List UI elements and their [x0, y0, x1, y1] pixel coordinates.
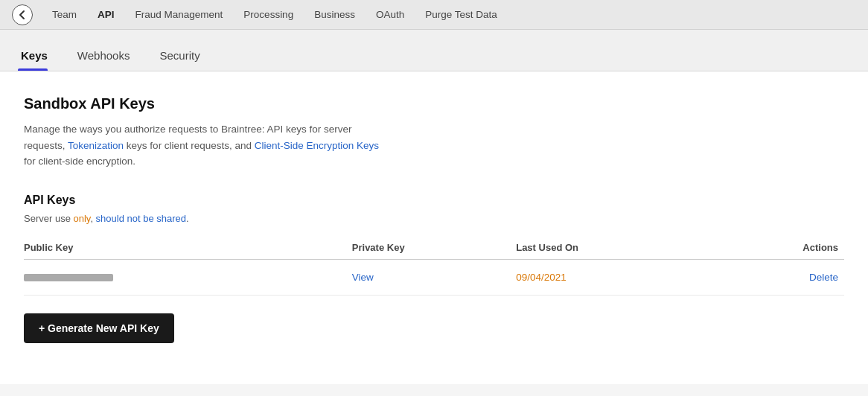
view-private-key-link[interactable]: View — [352, 272, 374, 283]
notice-part1: Server use — [24, 213, 73, 224]
redacted-key — [24, 274, 113, 281]
back-button[interactable] — [12, 4, 33, 25]
nav-business[interactable]: Business — [304, 0, 366, 30]
last-used-date: 09/04/2021 — [516, 272, 567, 283]
notice-part3: . — [186, 213, 189, 224]
desc-part2: keys for client requests, and — [124, 140, 255, 151]
api-keys-subtitle: API Keys — [24, 194, 844, 207]
col-actions: Actions — [721, 236, 844, 260]
nav-links: Team API Fraud Management Processing Bus… — [42, 0, 508, 30]
tokenization-link[interactable]: Tokenization — [68, 140, 124, 151]
tab-keys[interactable]: Keys — [18, 30, 60, 71]
public-key-cell — [24, 259, 352, 295]
last-used-cell: 09/04/2021 — [516, 259, 721, 295]
section-description: Manage the ways you authorize requests t… — [24, 121, 381, 170]
nav-oauth[interactable]: OAuth — [366, 0, 415, 30]
notice-part2: , — [90, 213, 95, 224]
table-row: View 09/04/2021 Delete — [24, 259, 844, 295]
main-content: Sandbox API Keys Manage the ways you aut… — [0, 71, 868, 384]
actions-cell: Delete — [721, 259, 844, 295]
tab-security[interactable]: Security — [156, 30, 211, 71]
api-keys-table: Public Key Private Key Last Used On Acti… — [24, 236, 844, 296]
col-last-used: Last Used On — [516, 236, 721, 260]
desc-part3: for client-side encryption. — [24, 156, 135, 167]
nav-fraud-management[interactable]: Fraud Management — [125, 0, 234, 30]
sub-tabs: Keys Webhooks Security — [0, 30, 868, 71]
sandbox-api-keys-title: Sandbox API Keys — [24, 95, 844, 112]
private-key-cell: View — [352, 259, 516, 295]
notice-only: only — [73, 213, 90, 224]
top-nav: Team API Fraud Management Processing Bus… — [0, 0, 868, 30]
delete-key-link[interactable]: Delete — [809, 272, 838, 283]
col-private-key: Private Key — [352, 236, 516, 260]
generate-api-key-button[interactable]: + Generate New API Key — [24, 313, 174, 343]
notice-should: should not be shared — [96, 213, 186, 224]
tab-webhooks[interactable]: Webhooks — [74, 30, 142, 71]
server-notice: Server use only, should not be shared. — [24, 213, 844, 224]
nav-team[interactable]: Team — [42, 0, 87, 30]
client-side-link[interactable]: Client-Side Encryption Keys — [255, 140, 379, 151]
nav-api[interactable]: API — [87, 0, 125, 30]
nav-processing[interactable]: Processing — [233, 0, 304, 30]
nav-purge-test-data[interactable]: Purge Test Data — [415, 0, 508, 30]
col-public-key: Public Key — [24, 236, 352, 260]
